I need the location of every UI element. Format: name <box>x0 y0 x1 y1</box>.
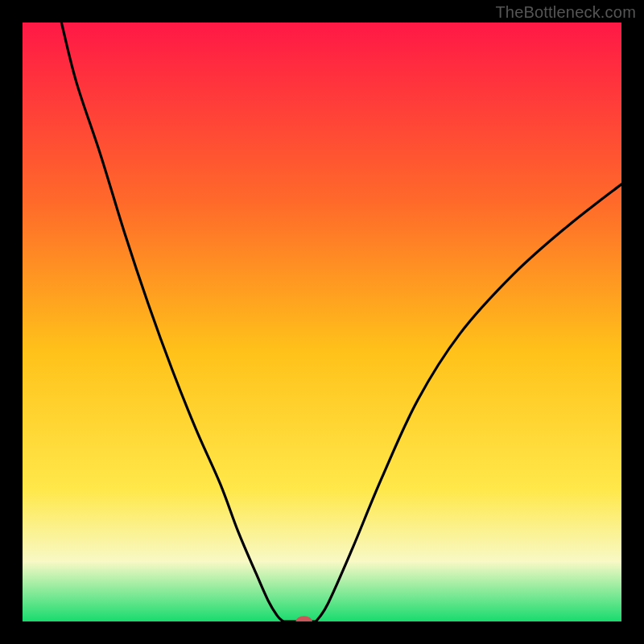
plot-svg <box>23 23 621 621</box>
watermark-text: TheBottleneck.com <box>495 3 636 22</box>
plot-area <box>23 23 621 621</box>
chart-frame: TheBottleneck.com <box>0 0 644 644</box>
gradient-background <box>23 23 621 621</box>
